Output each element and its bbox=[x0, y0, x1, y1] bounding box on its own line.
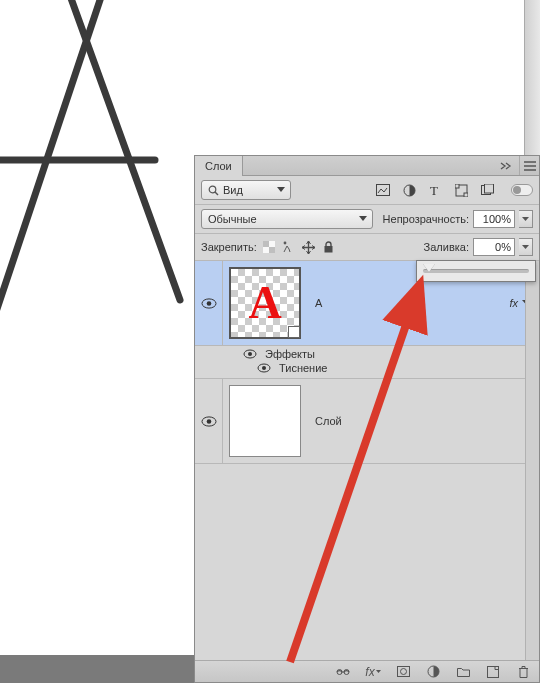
layer-thumbnail[interactable]: А bbox=[229, 267, 301, 339]
opacity-label: Непрозрачность: bbox=[383, 213, 469, 225]
filter-smart-icon[interactable] bbox=[479, 182, 495, 198]
layer-row[interactable]: Слой bbox=[195, 379, 539, 464]
svg-rect-5 bbox=[377, 185, 390, 196]
ruler-right bbox=[524, 0, 540, 155]
fx-icon: fx bbox=[365, 665, 374, 679]
svg-rect-12 bbox=[484, 184, 493, 193]
eye-icon bbox=[257, 363, 271, 373]
layer-thumbnail[interactable] bbox=[229, 385, 301, 457]
scrollbar[interactable] bbox=[525, 261, 539, 660]
svg-line-4 bbox=[215, 192, 218, 195]
slider-track[interactable] bbox=[423, 269, 529, 273]
chevron-down-icon bbox=[522, 217, 529, 222]
svg-rect-9 bbox=[455, 184, 459, 188]
panel-collapse-button[interactable] bbox=[495, 156, 519, 175]
layer-style-button[interactable]: fx bbox=[365, 664, 381, 680]
svg-rect-14 bbox=[263, 241, 269, 247]
filter-text-icon[interactable]: T bbox=[427, 182, 443, 198]
filter-adjust-icon[interactable] bbox=[401, 182, 417, 198]
lock-fill-row: Закрепить: Заливка: 0% bbox=[195, 234, 539, 261]
filter-kind-label: Вид bbox=[223, 184, 243, 196]
layer-name-label[interactable]: Слой bbox=[307, 379, 342, 463]
svg-point-29 bbox=[400, 669, 406, 675]
new-page-icon bbox=[487, 666, 499, 678]
new-layer-button[interactable] bbox=[485, 664, 501, 680]
fx-label: fx bbox=[509, 297, 518, 309]
blend-mode-label: Обычные bbox=[208, 213, 257, 225]
svg-rect-10 bbox=[464, 193, 468, 197]
visibility-toggle[interactable] bbox=[195, 379, 223, 463]
delete-layer-button[interactable] bbox=[515, 664, 531, 680]
fill-value-field[interactable]: 0% bbox=[473, 238, 515, 256]
layer-name-label[interactable]: A bbox=[307, 261, 322, 345]
eye-icon bbox=[201, 416, 217, 427]
svg-rect-17 bbox=[325, 246, 333, 253]
fill-value: 0% bbox=[495, 241, 511, 253]
chevron-down-icon bbox=[376, 670, 381, 674]
tab-label: Слои bbox=[205, 160, 232, 172]
chevron-down-icon bbox=[522, 245, 529, 250]
opacity-dropdown-button[interactable] bbox=[519, 210, 533, 228]
mask-icon bbox=[397, 666, 410, 677]
blend-mode-select[interactable]: Обычные bbox=[201, 209, 373, 229]
svg-text:T: T bbox=[430, 184, 438, 196]
search-icon bbox=[208, 185, 219, 196]
chevron-right-double-icon bbox=[500, 162, 514, 170]
svg-rect-31 bbox=[488, 666, 499, 677]
svg-point-19 bbox=[206, 301, 211, 306]
text-layer-badge-icon bbox=[288, 326, 300, 338]
svg-point-23 bbox=[262, 366, 266, 370]
chevron-down-icon bbox=[277, 187, 285, 192]
blend-opacity-row: Обычные Непрозрачность: 100% bbox=[195, 205, 539, 234]
effects-header[interactable]: Эффекты bbox=[243, 348, 539, 360]
adjustment-layer-button[interactable] bbox=[425, 664, 441, 680]
link-layers-button[interactable] bbox=[335, 664, 351, 680]
layer-effects-group: Эффекты Тиснение bbox=[195, 346, 539, 379]
lock-image-icon[interactable] bbox=[281, 239, 297, 255]
svg-line-2 bbox=[68, 0, 180, 300]
menu-icon bbox=[524, 161, 536, 171]
group-button[interactable] bbox=[455, 664, 471, 680]
tab-layers[interactable]: Слои bbox=[195, 156, 243, 176]
filter-pixel-icon[interactable] bbox=[375, 182, 391, 198]
fill-slider-popup[interactable] bbox=[416, 260, 536, 282]
lock-label: Закрепить: bbox=[201, 241, 257, 253]
svg-point-21 bbox=[248, 352, 252, 356]
link-icon bbox=[336, 667, 350, 677]
panel-tabbar: Слои bbox=[195, 156, 539, 176]
visibility-toggle[interactable] bbox=[195, 261, 223, 345]
svg-point-3 bbox=[209, 186, 216, 193]
lock-transparency-icon[interactable] bbox=[261, 239, 277, 255]
svg-point-25 bbox=[206, 419, 211, 424]
layer-mask-button[interactable] bbox=[395, 664, 411, 680]
filter-iconbar: T bbox=[375, 182, 495, 198]
fill-dropdown-button[interactable] bbox=[519, 238, 533, 256]
canvas-bottom-bar bbox=[0, 655, 194, 683]
panel-menu-button[interactable] bbox=[519, 156, 539, 175]
svg-point-16 bbox=[283, 242, 286, 245]
eye-icon bbox=[243, 349, 257, 359]
adjust-circle-icon bbox=[427, 665, 440, 678]
opacity-value-field[interactable]: 100% bbox=[473, 210, 515, 228]
folder-icon bbox=[457, 666, 470, 677]
filter-shape-icon[interactable] bbox=[453, 182, 469, 198]
effect-item[interactable]: Тиснение bbox=[243, 362, 539, 374]
lock-position-icon[interactable] bbox=[301, 239, 317, 255]
filter-row: Вид T bbox=[195, 176, 539, 205]
effect-name: Тиснение bbox=[279, 362, 327, 374]
opacity-value: 100% bbox=[483, 213, 511, 225]
svg-line-0 bbox=[0, 0, 105, 420]
fill-label: Заливка: bbox=[424, 241, 469, 253]
panel-footer: fx bbox=[195, 660, 539, 682]
layers-list: А A fx Эффекты Тиснение bbox=[195, 261, 539, 660]
eye-icon bbox=[201, 298, 217, 309]
layers-panel: Слои Вид T Обычные bbox=[194, 155, 540, 683]
svg-rect-15 bbox=[269, 247, 275, 253]
trash-icon bbox=[518, 666, 529, 678]
chevron-down-icon bbox=[359, 216, 367, 221]
effects-label: Эффекты bbox=[265, 348, 315, 360]
filter-toggle-switch[interactable] bbox=[511, 184, 533, 196]
filter-kind-select[interactable]: Вид bbox=[201, 180, 291, 200]
lock-all-icon[interactable] bbox=[321, 239, 337, 255]
slider-thumb[interactable] bbox=[423, 264, 435, 272]
